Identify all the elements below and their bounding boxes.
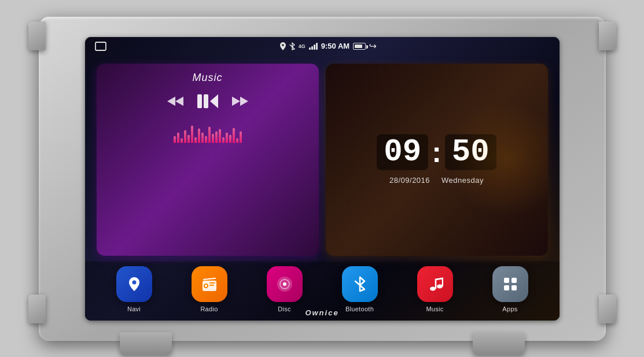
app-label-music: Music bbox=[426, 306, 443, 312]
svg-marker-12 bbox=[210, 94, 218, 108]
svg-rect-20 bbox=[209, 285, 214, 286]
music-widget[interactable]: Music bbox=[97, 64, 319, 256]
eq-bar bbox=[212, 134, 214, 143]
eq-bar bbox=[174, 136, 176, 143]
rewind-button[interactable] bbox=[167, 95, 183, 111]
app-label-disc: Disc bbox=[278, 306, 291, 312]
svg-rect-19 bbox=[209, 282, 215, 284]
clock-date: 28/09/2016 Wednesday bbox=[389, 176, 484, 185]
bluetooth-status-icon bbox=[289, 42, 295, 50]
android-screen: 4G 9:50 AM ↩ bbox=[85, 37, 560, 321]
forward-button[interactable] bbox=[232, 95, 248, 111]
svg-rect-29 bbox=[504, 285, 509, 290]
play-pause-icon bbox=[197, 93, 218, 109]
clock-hours: 09 bbox=[377, 134, 428, 170]
play-pause-button[interactable] bbox=[197, 93, 218, 113]
clock-colon: : bbox=[432, 138, 441, 167]
app-icon-radio bbox=[192, 266, 227, 302]
app-item-apps[interactable]: Apps bbox=[492, 266, 528, 312]
main-content: Music bbox=[85, 56, 560, 321]
svg-rect-6 bbox=[95, 42, 106, 50]
eq-bar bbox=[201, 133, 204, 143]
svg-marker-9 bbox=[167, 97, 175, 106]
battery-status-icon bbox=[353, 43, 366, 50]
widget-row: Music bbox=[85, 56, 560, 262]
app-item-disc[interactable]: Disc bbox=[267, 266, 303, 312]
app-label-navi: Navi bbox=[127, 306, 141, 312]
clock-time: 09 : 50 bbox=[377, 134, 496, 170]
mount-tab-bottom-left bbox=[28, 295, 46, 323]
eq-bar bbox=[208, 127, 211, 143]
eq-bar bbox=[215, 131, 218, 143]
app-icon-disc bbox=[267, 266, 303, 302]
mount-tab-bottom-right bbox=[599, 295, 616, 323]
app-label-apps: Apps bbox=[502, 306, 517, 312]
brand-label: Ownice bbox=[305, 308, 338, 317]
status-left bbox=[94, 41, 107, 51]
svg-rect-11 bbox=[204, 94, 208, 108]
svg-point-7 bbox=[282, 44, 284, 46]
eq-bar bbox=[229, 135, 231, 143]
app-icon-navi bbox=[116, 266, 152, 302]
signal-bars bbox=[309, 43, 318, 50]
eq-bar bbox=[181, 138, 183, 143]
eq-bar bbox=[205, 136, 207, 143]
mount-tab-top-left bbox=[28, 21, 46, 50]
eq-bar bbox=[219, 129, 221, 143]
svg-marker-14 bbox=[240, 97, 248, 106]
svg-point-15 bbox=[132, 280, 136, 284]
status-center: 4G 9:50 AM ↩ bbox=[280, 41, 377, 51]
svg-line-26 bbox=[436, 278, 443, 279]
app-label-bluetooth: Bluetooth bbox=[345, 306, 374, 312]
screen-bezel: MIC RST bbox=[85, 37, 560, 321]
status-bar: 4G 9:50 AM ↩ bbox=[85, 37, 560, 56]
rewind-icon bbox=[167, 95, 183, 107]
location-icon bbox=[280, 42, 286, 50]
svg-point-18 bbox=[205, 285, 207, 287]
svg-point-23 bbox=[283, 282, 286, 286]
clock-day-value: Wednesday bbox=[441, 176, 484, 185]
head-unit: MIC RST bbox=[39, 17, 606, 341]
eq-bar bbox=[191, 126, 193, 143]
eq-bar bbox=[233, 128, 235, 143]
app-item-music[interactable]: Music bbox=[417, 266, 453, 312]
clock-widget: 09 : 50 28/09/2016 Wednesday bbox=[326, 64, 548, 256]
eq-bar bbox=[177, 133, 179, 143]
equalizer bbox=[107, 123, 308, 143]
app-icon-bluetooth bbox=[342, 266, 378, 302]
eq-bar bbox=[184, 130, 186, 143]
signal-bar-1 bbox=[309, 47, 311, 50]
eq-bar bbox=[187, 135, 190, 143]
network-status: 4G bbox=[299, 43, 306, 49]
back-status-icon: ↩ bbox=[369, 41, 377, 51]
forward-icon bbox=[232, 95, 248, 107]
app-icon-music bbox=[417, 266, 453, 302]
signal-bar-2 bbox=[311, 46, 313, 50]
bracket-left bbox=[120, 332, 172, 355]
app-icon-apps bbox=[492, 266, 528, 302]
clock-date-value: 28/09/2016 bbox=[389, 176, 430, 185]
app-item-radio[interactable]: Radio bbox=[192, 266, 227, 312]
clock-minutes: 50 bbox=[445, 134, 496, 170]
eq-bar bbox=[198, 128, 200, 143]
app-item-navi[interactable]: Navi bbox=[116, 266, 152, 312]
svg-rect-10 bbox=[197, 94, 202, 108]
music-widget-title: Music bbox=[107, 72, 308, 84]
svg-marker-13 bbox=[232, 97, 240, 106]
signal-bar-4 bbox=[316, 43, 318, 50]
svg-rect-30 bbox=[511, 285, 517, 290]
svg-marker-8 bbox=[175, 97, 183, 106]
svg-rect-28 bbox=[511, 278, 517, 283]
app-label-radio: Radio bbox=[200, 306, 218, 312]
mount-tab-top-right bbox=[599, 21, 616, 50]
battery-fill bbox=[355, 45, 362, 48]
window-icon bbox=[94, 41, 107, 51]
music-controls bbox=[107, 93, 308, 113]
app-item-bluetooth[interactable]: Bluetooth bbox=[342, 266, 378, 312]
eq-bar bbox=[194, 137, 197, 143]
eq-bar bbox=[236, 138, 238, 143]
eq-bar bbox=[240, 131, 242, 143]
svg-point-24 bbox=[430, 286, 436, 290]
eq-bar bbox=[222, 137, 225, 143]
svg-point-25 bbox=[437, 284, 443, 288]
